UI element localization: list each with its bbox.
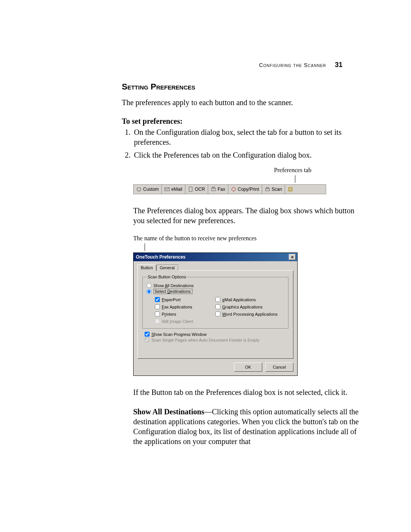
- button-label: OK: [245, 365, 251, 369]
- checkbox-graphics[interactable]: Graphics Applications: [215, 304, 284, 309]
- extra-options: Show Scan Progress Window Scan Single Pa…: [145, 332, 288, 342]
- mail-icon: [164, 187, 170, 192]
- checkbox-fax[interactable]: Fax Applications: [155, 304, 212, 309]
- tab-label: Custom: [143, 187, 159, 192]
- step-2: Click the Preferences tab on the Configu…: [132, 150, 365, 160]
- checkbox-paperport[interactable]: PaperPort: [155, 297, 212, 302]
- checkbox-still-image: Still Image Client: [155, 319, 212, 324]
- config-tabstrip: Custom eMail OCR: [133, 184, 326, 194]
- checkbox-input[interactable]: [155, 304, 160, 309]
- diamond-icon: [231, 187, 236, 192]
- dialog-tabs: Button General: [137, 264, 293, 271]
- subheading: To set preferences:: [122, 117, 365, 126]
- preferences-dialog: OneTouch Preferences ✕ Button General: [133, 252, 298, 376]
- tabstrip-figure: Preferences tab Custom eMail: [133, 167, 365, 194]
- checkbox-label: Show Scan Progress Window: [151, 332, 207, 337]
- preferences-icon: [288, 187, 293, 192]
- tab-label: eMail: [171, 187, 182, 192]
- dialog-body: Button General Scan Button Options Show …: [134, 261, 297, 363]
- radio-show-all-input[interactable]: [147, 283, 151, 288]
- checkbox-single-pages: Scan Single Pages when Auto Document Fee…: [145, 337, 288, 342]
- checkbox-label: Graphics Applications: [222, 305, 263, 309]
- page-content: Setting Preferences The preferences appl…: [122, 82, 365, 446]
- checkbox-input[interactable]: [215, 312, 220, 316]
- dialog-panel: Scan Button Options Show All Destination…: [137, 270, 293, 359]
- running-header: Configuring the Scanner 31: [259, 61, 342, 69]
- dialog-tab-general[interactable]: General: [156, 264, 178, 271]
- radio-label: Show All Destinations: [153, 283, 194, 288]
- dialog-titlebar: OneTouch Preferences ✕: [134, 253, 297, 261]
- tab-email[interactable]: eMail: [162, 185, 185, 194]
- tab-preferences[interactable]: [285, 185, 296, 194]
- document-page: Configuring the Scanner 31 Setting Prefe…: [0, 0, 411, 532]
- checkbox-label: Printers: [162, 312, 176, 316]
- svg-rect-3: [212, 188, 215, 191]
- tab-ocr[interactable]: OCR: [185, 185, 208, 194]
- tab-custom[interactable]: Custom: [134, 185, 162, 194]
- svg-rect-5: [266, 189, 269, 191]
- checkbox-input[interactable]: [145, 332, 150, 337]
- tabstrip-annotation: Preferences tab: [274, 167, 365, 174]
- checkbox-label: Fax Applications: [162, 305, 192, 309]
- ok-button[interactable]: OK: [234, 363, 262, 372]
- svg-rect-2: [189, 187, 192, 192]
- dialog-title-text: OneTouch Preferences: [136, 254, 186, 260]
- button-label: Cancel: [273, 365, 286, 369]
- tab-label: General: [160, 265, 175, 270]
- annotation-line: [145, 243, 145, 251]
- circle-icon: [136, 187, 142, 192]
- show-all-paragraph: Show All Destinations—Clicking this opti…: [133, 407, 365, 446]
- running-head-text: Configuring the Scanner: [259, 62, 326, 68]
- printer-icon: [265, 187, 270, 192]
- checkbox-label: Scan Single Pages when Auto Document Fee…: [151, 338, 260, 342]
- dialog-tab-button[interactable]: Button: [137, 264, 156, 271]
- checkbox-input[interactable]: [155, 312, 160, 316]
- tab-label: Copy/Print: [238, 187, 259, 192]
- checkbox-input: [145, 337, 150, 342]
- tab-fax[interactable]: Fax: [208, 185, 228, 194]
- checkbox-label: Word Processing Applications: [222, 312, 277, 316]
- fax-icon: [211, 187, 216, 192]
- radio-show-all[interactable]: Show All Destinations: [147, 283, 284, 288]
- checkbox-input: [155, 319, 160, 324]
- section-heading: Setting Preferences: [122, 82, 365, 92]
- svg-rect-8: [289, 188, 292, 190]
- tab-copyprint[interactable]: Copy/Print: [228, 185, 262, 194]
- tab-label: OCR: [195, 187, 205, 192]
- radio-select-destinations[interactable]: Select Destinations:: [147, 289, 284, 294]
- steps-list: On the Configuration dialog box, select …: [122, 127, 365, 160]
- checkbox-label: PaperPort: [162, 297, 181, 302]
- destinations-grid: PaperPort eMail Applications Fax Applica…: [155, 296, 284, 324]
- svg-point-0: [137, 187, 141, 191]
- checkbox-input[interactable]: [215, 297, 220, 302]
- close-button[interactable]: ✕: [289, 254, 296, 260]
- checkbox-printers[interactable]: Printers: [155, 312, 212, 316]
- radio-select-input[interactable]: [147, 289, 151, 294]
- svg-rect-4: [212, 187, 215, 188]
- checkbox-input[interactable]: [215, 304, 220, 309]
- page-number: 31: [335, 61, 342, 69]
- close-icon: ✕: [291, 255, 294, 259]
- tab-label: Scan: [272, 187, 282, 192]
- group-label: Scan Button Options: [147, 275, 187, 279]
- checkbox-progress[interactable]: Show Scan Progress Window: [145, 332, 288, 337]
- svg-rect-6: [266, 187, 269, 189]
- tab-scan[interactable]: Scan: [262, 185, 285, 194]
- scan-button-options-group: Scan Button Options Show All Destination…: [142, 275, 288, 329]
- dialog-figure: The name of the button to receive new pr…: [133, 235, 365, 376]
- checkbox-label: Still Image Client: [162, 319, 193, 324]
- cancel-button[interactable]: Cancel: [265, 363, 293, 372]
- intro-paragraph: The preferences apply to each button and…: [122, 97, 365, 107]
- checkbox-word[interactable]: Word Processing Applications: [215, 312, 284, 316]
- checkbox-email[interactable]: eMail Applications: [215, 297, 284, 302]
- page-icon: [188, 187, 193, 192]
- tab-label: Button: [141, 265, 153, 270]
- checkbox-label: eMail Applications: [222, 297, 256, 302]
- checkbox-input[interactable]: [155, 297, 160, 302]
- paragraph-after-dialog: If the Button tab on the Preferences dia…: [133, 387, 365, 397]
- radio-label: Select Destinations:: [153, 289, 193, 294]
- annotation-line: [295, 175, 295, 183]
- step-1: On the Configuration dialog box, select …: [132, 127, 365, 147]
- show-all-label: Show All Destinations: [133, 407, 204, 416]
- tab-label: Fax: [218, 187, 225, 192]
